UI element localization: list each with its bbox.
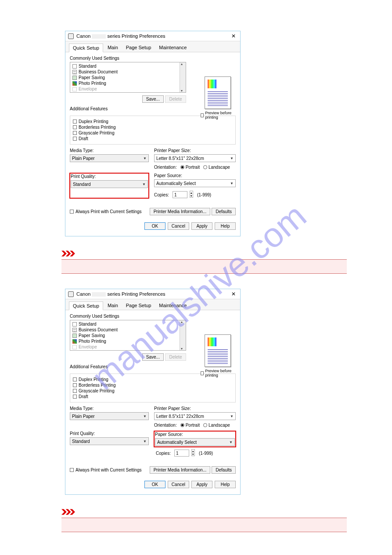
important-marker bbox=[61, 250, 347, 257]
media-type-select[interactable]: Plain Paper▼ bbox=[70, 154, 149, 162]
always-print-checkbox[interactable]: Always Print with Current Settings bbox=[70, 467, 142, 473]
grayscale-checkbox[interactable]: Grayscale Printing bbox=[73, 130, 233, 136]
tab-maintenance[interactable]: Maintenance bbox=[155, 301, 190, 310]
ok-button[interactable]: OK bbox=[144, 481, 165, 488]
apply-button[interactable]: Apply bbox=[191, 481, 212, 488]
tab-quick-setup[interactable]: Quick Setup bbox=[69, 44, 103, 52]
portrait-radio[interactable]: Portrait bbox=[180, 165, 200, 170]
list-item: Photo Printing bbox=[71, 80, 179, 86]
chevron-down-icon: ▼ bbox=[230, 414, 234, 418]
chevron-down-icon: ▼ bbox=[143, 439, 147, 443]
borderless-checkbox[interactable]: Borderless Printing bbox=[73, 382, 233, 388]
print-quality-select[interactable]: Standard▼ bbox=[71, 180, 148, 188]
tab-page-setup[interactable]: Page Setup bbox=[122, 301, 155, 310]
help-button[interactable]: Help bbox=[215, 481, 236, 488]
copies-label: Copies: bbox=[156, 451, 171, 456]
copies-spinner[interactable]: 1 bbox=[173, 191, 187, 198]
copies-spinner[interactable]: 1 bbox=[174, 450, 189, 457]
paper-size-label: Printer Paper Size: bbox=[154, 406, 236, 411]
chevron-down-icon: ▼ bbox=[143, 156, 147, 160]
tab-main[interactable]: Main bbox=[104, 301, 122, 310]
chevron-down-icon: ▼ bbox=[230, 181, 234, 185]
list-item: Business Document bbox=[71, 69, 179, 75]
copies-range: (1-999) bbox=[199, 451, 213, 456]
chevrons-icon bbox=[61, 250, 76, 257]
defaults-button[interactable]: Defaults bbox=[212, 466, 236, 474]
portrait-radio[interactable]: Portrait bbox=[180, 423, 200, 428]
envelope-icon bbox=[72, 345, 77, 349]
tab-bar: Quick Setup Main Page Setup Maintenance bbox=[65, 41, 240, 52]
tab-quick-setup[interactable]: Quick Setup bbox=[69, 301, 103, 310]
always-print-checkbox[interactable]: Always Print with Current Settings bbox=[70, 209, 142, 214]
save-button[interactable]: Save... bbox=[142, 353, 164, 361]
preview-checkbox[interactable]: Preview before printing bbox=[201, 369, 235, 377]
envelope-icon bbox=[72, 87, 77, 91]
draft-checkbox[interactable]: Draft bbox=[73, 394, 233, 399]
delete-button: Delete bbox=[165, 95, 186, 103]
doc-lines-icon bbox=[72, 70, 77, 74]
paper-source-select[interactable]: Automatically Select▼ bbox=[154, 179, 236, 187]
list-item: Paper Saving bbox=[71, 333, 179, 338]
print-dialog-1: Canon series Printing Preferences ✕ Quic… bbox=[65, 31, 241, 236]
page-content: Canon series Printing Preferences ✕ Quic… bbox=[61, 31, 347, 547]
tab-maintenance[interactable]: Maintenance bbox=[155, 44, 190, 52]
borderless-checkbox[interactable]: Borderless Printing bbox=[73, 124, 233, 130]
apply-button[interactable]: Apply bbox=[191, 222, 212, 230]
delete-button: Delete bbox=[165, 353, 186, 361]
ok-button[interactable]: OK bbox=[144, 222, 165, 230]
paper-size-select[interactable]: Letter 8.5"x11" 22x28cm▼ bbox=[154, 412, 236, 420]
defaults-button[interactable]: Defaults bbox=[212, 208, 236, 215]
printer-icon bbox=[68, 33, 74, 39]
dialog-title: Canon series Printing Preferences bbox=[76, 33, 230, 39]
scrollbar[interactable] bbox=[180, 320, 186, 350]
print-dialog-2: Canon series Printing Preferences ✕ Quic… bbox=[65, 289, 241, 495]
media-type-label: Media Type: bbox=[70, 406, 149, 411]
print-quality-label: Print Quality: bbox=[71, 174, 148, 179]
chevron-down-icon: ▼ bbox=[230, 156, 234, 160]
important-marker bbox=[61, 509, 347, 515]
print-quality-label: Print Quality: bbox=[70, 431, 149, 436]
chevrons-icon bbox=[61, 509, 76, 515]
paper-size-select[interactable]: Letter 8.5"x11" 22x28cm▼ bbox=[154, 154, 236, 162]
preview-pane: Preview before printing bbox=[201, 334, 235, 377]
doc-icon bbox=[72, 322, 77, 326]
tab-page-setup[interactable]: Page Setup bbox=[122, 44, 155, 52]
print-quality-select[interactable]: Standard▼ bbox=[70, 437, 149, 445]
additional-features-box: Duplex Printing Borderless Printing Gray… bbox=[70, 374, 236, 403]
printer-icon bbox=[68, 291, 74, 297]
settings-listbox[interactable]: Standard Business Document Paper Saving … bbox=[70, 320, 186, 351]
grayscale-checkbox[interactable]: Grayscale Printing bbox=[73, 388, 233, 394]
cancel-button[interactable]: Cancel bbox=[168, 481, 189, 488]
doc-icon bbox=[72, 64, 77, 69]
close-icon[interactable]: ✕ bbox=[230, 33, 237, 39]
printer-media-info-button[interactable]: Printer Media Information... bbox=[150, 208, 211, 215]
cancel-button[interactable]: Cancel bbox=[168, 222, 189, 230]
dialog-title: Canon series Printing Preferences bbox=[76, 291, 230, 297]
settings-listbox[interactable]: Standard Business Document Paper Saving … bbox=[70, 62, 186, 93]
chevron-down-icon: ▼ bbox=[143, 414, 147, 418]
printer-media-info-button[interactable]: Printer Media Information... bbox=[150, 466, 211, 474]
commonly-used-label: Commonly Used Settings bbox=[70, 314, 236, 319]
preview-checkbox[interactable]: Preview before printing bbox=[201, 111, 235, 120]
copies-range: (1-999) bbox=[197, 192, 211, 197]
paper-source-select[interactable]: Automatically Select▼ bbox=[155, 438, 235, 446]
help-button[interactable]: Help bbox=[215, 222, 236, 230]
list-item: Envelope bbox=[71, 344, 179, 350]
list-item: Envelope bbox=[71, 86, 179, 92]
preview-thumbnail bbox=[205, 334, 231, 367]
close-icon[interactable]: ✕ bbox=[230, 291, 237, 297]
additional-features-box: Duplex Printing Borderless Printing Gray… bbox=[70, 116, 236, 145]
save-button[interactable]: Save... bbox=[142, 95, 164, 103]
important-note-band bbox=[61, 260, 347, 274]
page-saving-icon bbox=[72, 76, 77, 80]
chevron-down-icon: ▼ bbox=[142, 182, 146, 186]
media-type-select[interactable]: Plain Paper▼ bbox=[70, 412, 149, 420]
landscape-radio[interactable]: Landscape bbox=[203, 423, 230, 428]
draft-checkbox[interactable]: Draft bbox=[73, 136, 233, 141]
landscape-radio[interactable]: Landscape bbox=[203, 165, 230, 170]
scrollbar[interactable] bbox=[180, 62, 186, 92]
page-saving-icon bbox=[72, 334, 77, 338]
media-type-label: Media Type: bbox=[70, 148, 149, 153]
tab-main[interactable]: Main bbox=[104, 44, 122, 52]
list-item: Standard bbox=[71, 63, 179, 69]
